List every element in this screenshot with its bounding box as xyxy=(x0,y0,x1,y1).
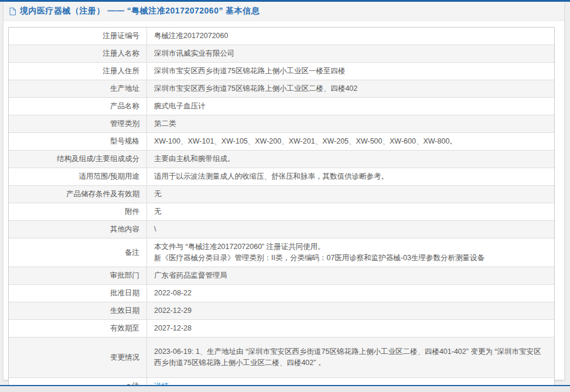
row-label: 生效日期 xyxy=(9,302,147,319)
row-label: 注册证编号 xyxy=(9,28,147,45)
row-value: 适用于以示波法测量成人的收缩压、舒张压和脉率，其数值供诊断参考。 xyxy=(147,168,554,185)
row-label: 管理类别 xyxy=(9,115,147,132)
table-row-production-address: 生产地址 深圳市宝安区西乡街道75区锦花路上侧小工业区二楼、四楼402 xyxy=(9,80,554,98)
row-value: 2022-08-22 xyxy=(147,285,554,302)
row-label: 产品名称 xyxy=(9,98,147,115)
row-label: 批准日期 xyxy=(9,285,147,302)
remarks-line-1: 本文件与 “粤械注准20172072060” 注册证共同使用。 xyxy=(154,241,547,253)
row-value: 无 xyxy=(147,203,554,220)
row-value: XW-100、XW-101、XW-105、XW-200、XW-201、XW-20… xyxy=(147,133,554,150)
row-label: 结构及组成/主要组成成分 xyxy=(9,151,147,168)
row-label: 注册人住所 xyxy=(9,63,147,80)
table-row-attachments: 附件 无 xyxy=(9,203,554,221)
table-row-registrant-name: 注册人名称 深圳市讯威实业有限公司 xyxy=(9,45,554,63)
table-row-model-spec: 型号规格 XW-100、XW-101、XW-105、XW-200、XW-201、… xyxy=(9,133,554,151)
table-row-approval-department: 审批部门 广东省药品监督管理局 xyxy=(9,267,554,285)
remarks-line-2: 新《医疗器械分类目录》管理类别：II类，分类编码：07医用诊察和监护器械-03生… xyxy=(154,253,547,264)
row-value: 广东省药品监督管理局 xyxy=(147,267,554,284)
row-value: 深圳市讯威实业有限公司 xyxy=(147,45,554,62)
row-value: 2027-12-28 xyxy=(147,320,554,337)
row-label: 审批部门 xyxy=(9,267,147,284)
row-value: 第二类 xyxy=(147,115,554,132)
basic-info-table: 注册证编号 粤械注准20172072060 注册人名称 深圳市讯威实业有限公司 … xyxy=(8,27,555,392)
row-label: 备注 xyxy=(9,238,147,267)
row-value: 本文件与 “粤械注准20172072060” 注册证共同使用。 新《医疗器械分类… xyxy=(147,238,554,267)
row-value: 2022-12-29 xyxy=(147,302,554,319)
table-row-registrant-address: 注册人住所 深圳市宝安区西乡街道75区锦花路上侧小工业区一楼至四楼 xyxy=(9,63,554,80)
main-panel: 境内医疗器械（注册） —— “粤械注准20172072060” 基本信息 注册证… xyxy=(4,2,564,380)
row-label: 型号规格 xyxy=(9,133,147,150)
table-row-effective-date: 生效日期 2022-12-29 xyxy=(9,302,554,320)
row-label: 变更情况 xyxy=(9,338,147,377)
row-value: 粤械注准20172072060 xyxy=(147,28,554,45)
row-value: 深圳市宝安区西乡街道75区锦花路上侧小工业区一楼至四楼 xyxy=(147,63,554,80)
row-value: 深圳市宝安区西乡街道75区锦花路上侧小工业区二楼、四楼402 xyxy=(147,80,554,97)
table-row-storage-conditions: 产品储存条件及有效期 无 xyxy=(9,186,554,203)
page-header: 境内医疗器械（注册） —— “粤械注准20172072060” 基本信息 xyxy=(4,2,564,21)
table-row-product-name: 产品名称 腕式电子血压计 xyxy=(9,98,554,115)
table-row-remarks: 备注 本文件与 “粤械注准20172072060” 注册证共同使用。 新《医疗器… xyxy=(9,238,554,267)
table-row-intended-use: 适用范围/预期用途 适用于以示波法测量成人的收缩压、舒张压和脉率，其数值供诊断参… xyxy=(9,168,554,186)
row-label: 附件 xyxy=(9,203,147,220)
table-row-approval-date: 批准日期 2022-08-22 xyxy=(9,285,554,302)
row-value: 2023-06-19: 1、生产地址由 “深圳市宝安区西乡街道75区锦花路上侧小… xyxy=(147,338,554,377)
page-title: 境内医疗器械（注册） —— “粤械注准20172072060” 基本信息 xyxy=(20,6,260,16)
footer-divider xyxy=(0,385,570,392)
table-row-other-content: 其他内容 \ xyxy=(9,221,554,238)
row-label: 生产地址 xyxy=(9,80,147,97)
table-row-change-history: 变更情况 2023-06-19: 1、生产地址由 “深圳市宝安区西乡街道75区锦… xyxy=(9,338,554,378)
row-value: 无 xyxy=(147,186,554,203)
row-value: 腕式电子血压计 xyxy=(147,98,554,115)
row-label: 有效期至 xyxy=(9,320,147,337)
document-icon xyxy=(9,7,16,16)
row-value: \ xyxy=(147,221,554,238)
row-value: 主要由主机和腕带组成。 xyxy=(147,151,554,168)
row-label: 其他内容 xyxy=(9,221,147,238)
row-label: 产品储存条件及有效期 xyxy=(9,186,147,203)
row-label: 适用范围/预期用途 xyxy=(9,168,147,185)
row-label: 注册人名称 xyxy=(9,45,147,62)
table-row-reg-number: 注册证编号 粤械注准20172072060 xyxy=(9,28,554,45)
table-row-expiry-date: 有效期至 2027-12-28 xyxy=(9,320,554,338)
table-row-composition: 结构及组成/主要组成成分 主要由主机和腕带组成。 xyxy=(9,151,554,168)
table-row-management-category: 管理类别 第二类 xyxy=(9,115,554,133)
